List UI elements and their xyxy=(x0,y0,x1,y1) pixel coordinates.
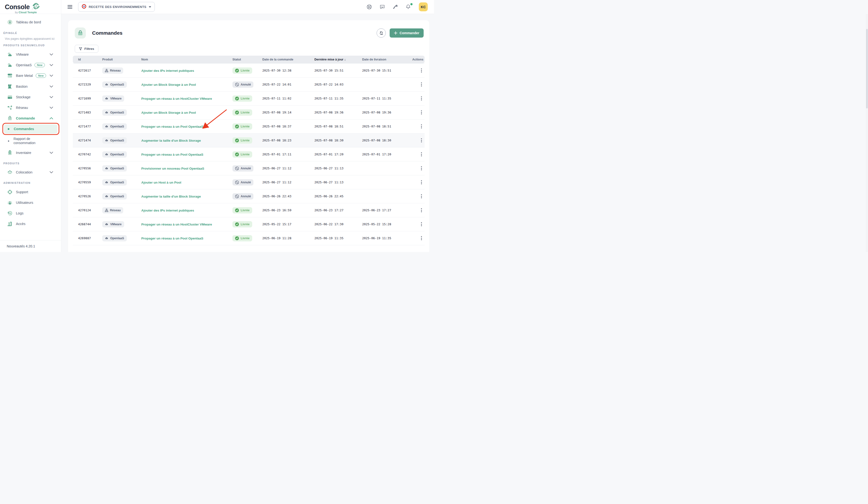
row-actions-button[interactable] xyxy=(418,123,425,130)
col-header-statut[interactable]: Statut xyxy=(230,58,260,61)
order-name-link[interactable]: Ajouter des IPs internet publiques xyxy=(141,69,194,73)
avatar-initials: KC xyxy=(421,5,426,9)
menu-toggle-button[interactable] xyxy=(68,5,72,9)
sidebar-item-label: Logs xyxy=(16,211,23,215)
row-actions-button[interactable] xyxy=(418,165,425,172)
col-header-date-livraison[interactable]: Date de livraison xyxy=(360,58,410,61)
table-row: 4268744 VMware Propager un réseau à un H… xyxy=(73,217,425,231)
sidebar: Console xyxy=(0,0,61,252)
order-name-link[interactable]: Ajouter un Host à un Pool xyxy=(141,181,181,184)
new-badge: New xyxy=(34,63,45,67)
order-name-link[interactable]: Augmenter la taille d'un Block Storage xyxy=(141,139,201,143)
check-circle-icon xyxy=(235,111,239,114)
feedback-button[interactable] xyxy=(379,4,385,10)
sidebar-subitem-commandes[interactable]: Commandes xyxy=(4,124,58,134)
cloud-icon xyxy=(105,97,108,100)
cloud-icon xyxy=(105,139,108,142)
product-badge: OpenIaaS xyxy=(102,151,127,158)
sidebar-item-dashboard[interactable]: Tableau de bord xyxy=(0,18,61,27)
order-name-link[interactable]: Propager un réseau à un HostCluster VMwa… xyxy=(141,97,212,101)
sidebar-item-label: Inventaire xyxy=(16,151,31,155)
status-badge: Livrée xyxy=(232,95,252,102)
dashboard-icon xyxy=(7,20,12,25)
col-header-derniere-maj[interactable]: Dernière mise à jour ↓ xyxy=(312,58,360,61)
chevron-down-icon xyxy=(50,107,53,109)
notifications-bell-button[interactable] xyxy=(405,4,411,10)
sidebar-item-baremetal[interactable]: Bare Metal New xyxy=(0,71,61,80)
row-actions-button[interactable] xyxy=(418,95,425,102)
commander-button[interactable]: Commander xyxy=(390,29,424,38)
table-row: 4270526 OpenIaaS Augmenter la taille d'u… xyxy=(73,189,425,203)
row-actions-button[interactable] xyxy=(418,81,425,88)
row-actions-button[interactable] xyxy=(418,221,425,228)
table-header-row: Id Produit Nom Statut Date de la command… xyxy=(73,56,425,63)
order-name-link[interactable]: Ajouter des IPs internet publiques xyxy=(141,209,194,212)
tools-button[interactable] xyxy=(392,4,398,10)
row-actions-button[interactable] xyxy=(418,109,425,116)
row-actions-button[interactable] xyxy=(418,235,425,242)
sidebar-item-vmware[interactable]: VMware xyxy=(0,50,61,59)
chevron-down-icon xyxy=(149,6,151,8)
order-name-link[interactable]: Augmenter la taille d'un Block Storage xyxy=(141,195,201,198)
check-circle-icon xyxy=(235,125,239,128)
filters-button[interactable]: Filtres xyxy=(75,45,99,53)
refresh-button[interactable] xyxy=(376,29,386,38)
page-title: Commandes xyxy=(92,30,123,36)
sidebar-item-support[interactable]: Support xyxy=(0,188,61,196)
sidebar-item-logs[interactable]: Logs xyxy=(0,209,61,218)
row-actions-button[interactable] xyxy=(418,179,425,186)
sidebar-item-acces[interactable]: Accès xyxy=(0,220,61,228)
sidebar-item-label: Bare Metal xyxy=(16,74,33,77)
status-label: Livrée xyxy=(241,97,249,100)
delivered-at: 2025-07-08 18:30 xyxy=(360,138,410,142)
col-header-id[interactable]: Id xyxy=(73,58,100,61)
bullet-icon xyxy=(8,128,9,130)
topbar: RECETTE DES ENVIRONNEMMENTS KC xyxy=(61,0,434,14)
sidebar-subitem-rapport[interactable]: Rapport de consommation xyxy=(4,136,58,146)
product-label: OpenIaaS xyxy=(110,195,124,198)
order-id: 4272617 xyxy=(73,69,100,72)
row-actions-button[interactable] xyxy=(418,193,425,200)
delivered-at: 2025-07-08 19:36 xyxy=(360,111,410,114)
environment-selector[interactable]: RECETTE DES ENVIRONNEMMENTS xyxy=(78,2,155,12)
sidebar-subitem-label: Rapport de consommation xyxy=(13,137,50,145)
status-badge: Annulé xyxy=(232,82,254,88)
product-badge: OpenIaaS xyxy=(102,235,127,241)
pinned-empty-hint: Vos pages épinglées apparaissent ici xyxy=(5,37,54,41)
sidebar-item-colocation[interactable]: Colocation xyxy=(0,168,61,177)
row-actions-button[interactable] xyxy=(418,137,425,144)
order-name-link[interactable]: Ajouter un Block Storage à un Pool xyxy=(141,111,196,114)
sidebar-item-stockage[interactable]: Stockage xyxy=(0,93,61,102)
release-notes-link[interactable]: Nouveautés 4.20.1 xyxy=(7,244,35,248)
sidebar-item-openiaas[interactable]: OpenIaaS New xyxy=(0,61,61,70)
sidebar-item-inventaire[interactable]: Inventaire xyxy=(0,148,61,157)
row-actions-button[interactable] xyxy=(418,151,425,158)
check-circle-icon xyxy=(235,138,239,143)
avatar[interactable]: KC xyxy=(419,2,428,11)
sidebar-item-label: Tableau de bord xyxy=(16,20,41,24)
sidebar-item-bastion[interactable]: Bastion xyxy=(0,82,61,91)
logo[interactable]: Console xyxy=(0,0,61,14)
cloud-icon xyxy=(105,83,108,86)
sidebar-item-reseau[interactable]: Réseau xyxy=(0,103,61,112)
order-name-link[interactable]: Propager un réseau à un HostCluster VMwa… xyxy=(141,223,212,226)
sidebar-item-utilisateurs[interactable]: Utilisateurs xyxy=(0,198,61,207)
sidebar-item-label: OpenIaaS xyxy=(16,63,32,67)
order-name-link[interactable]: Propager un réseau à un Pool OpenIaaS xyxy=(141,125,203,128)
order-name-link[interactable]: Propager un réseau à un Pool OpenIaaS xyxy=(141,237,203,240)
product-badge: Réseau xyxy=(102,207,123,213)
order-id: 4271483 xyxy=(73,111,100,114)
row-actions-button[interactable] xyxy=(418,207,425,214)
help-lifebuoy-button[interactable] xyxy=(366,4,372,10)
col-header-produit[interactable]: Produit xyxy=(100,58,139,61)
product-badge: OpenIaaS xyxy=(102,82,127,88)
users-icon xyxy=(7,200,12,205)
col-header-nom[interactable]: Nom xyxy=(139,58,230,61)
sidebar-item-commande[interactable]: Commande xyxy=(0,114,61,123)
order-name-link[interactable]: Propager un réseau à un Pool OpenIaaS xyxy=(141,153,203,156)
col-header-date-commande[interactable]: Date de la commande xyxy=(260,58,312,61)
ordered-at: 2025-05-22 15:17 xyxy=(260,222,312,226)
order-name-link[interactable]: Ajouter un Block Storage à un Pool xyxy=(141,83,196,86)
row-actions-button[interactable] xyxy=(418,67,425,74)
order-name-link[interactable]: Provisionner un nouveau Pool OpenIaaS xyxy=(141,167,204,170)
